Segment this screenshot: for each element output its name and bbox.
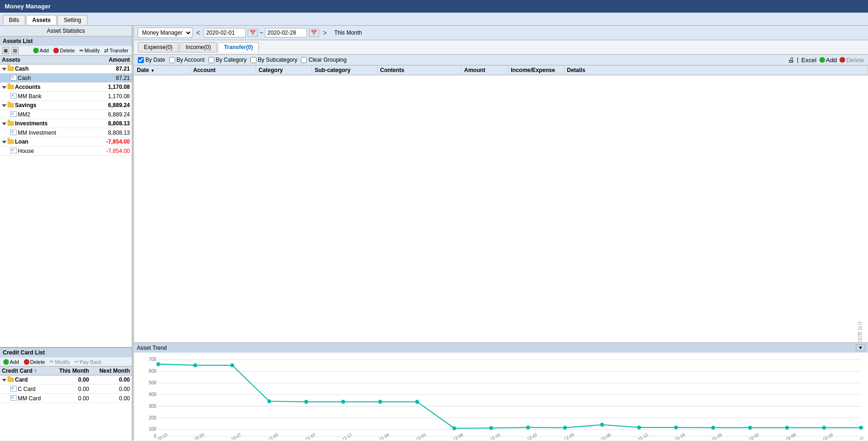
assets-transfer-button[interactable]: ⇄ Transfer [103,47,130,54]
assets-icon-btn-1[interactable]: ▦ [2,47,9,54]
right-panel: Money Manager < 📅 ~ 📅 > This Month Expen… [134,26,868,441]
trend-collapse-button[interactable]: ▼ [856,344,865,351]
trend-dot [157,362,160,366]
x-label: 2020-01-19 [665,432,686,440]
cc-add-button[interactable]: Add [2,359,21,365]
trend-dot [785,426,789,429]
top-toolbar: Money Manager < 📅 ~ 📅 > This Month [134,26,868,40]
tab-transfer[interactable]: Transfer(0) [218,42,259,52]
trend-dot [378,400,382,404]
folder-icon [7,66,14,71]
trend-chart: 700 600 500 400 300 200 100 0 [134,353,868,440]
account-select[interactable]: Money Manager [138,28,192,38]
prev-period-button[interactable]: < [194,29,202,37]
asset-group-row[interactable]: Accounts 1,170.08 [0,83,132,92]
x-label: 2019-11-10 [295,432,316,440]
trans-delete-icon [840,57,845,63]
cc-modify-button[interactable]: ✏ Modify [48,358,71,365]
item-icon [10,130,17,135]
filter-by-subcategory[interactable]: By Subcategory [250,57,298,63]
x-label: 2019-10-20 [184,432,205,440]
svg-text:500: 500 [149,380,157,385]
asset-item-row[interactable]: House -7,854.00 [0,146,132,156]
asset-group-row[interactable]: Savings 6,889.24 [0,101,132,110]
next-period-button[interactable]: > [321,29,328,37]
trans-tabs: Expense(0) Income(0) Transfer(0) [134,40,868,55]
x-label: 2020-02-16 [813,432,834,440]
cc-toolbar: Add Delete ✏ Modify ↩ Pay Back [0,357,132,367]
filter-clear-grouping[interactable]: Clear Grouping [301,57,346,63]
cc-col-card: Credit Card ↑ [0,367,51,376]
x-label: 2019-10-13 [147,432,168,440]
col-details: Details [564,65,868,75]
cc-item-row[interactable]: C Card 0.00 0.00 [0,384,132,394]
excel-button[interactable]: Excel [801,57,817,64]
cc-item-row[interactable]: MM Card 0.00 0.00 [0,394,132,403]
tab-income[interactable]: Income(0) [179,42,217,52]
trend-dot [342,400,345,404]
tab-assets[interactable]: Assets [26,15,57,25]
assets-icon-btn-2[interactable]: ▤ [11,47,19,54]
col-date: Date ▼ [134,65,190,75]
tab-bills[interactable]: Bills [3,15,25,25]
folder-icon [7,85,14,89]
asset-group-row[interactable]: Investments 8,808.13 [0,119,132,128]
x-label: 2019-12-15 [480,432,501,440]
assets-section: Assets List ▦ ▤ Add Delete ✏ Modify [0,36,132,347]
col-income-expense: Income/Expense [508,65,564,75]
cc-payback-icon: ↩ [75,359,79,365]
trans-delete-button[interactable]: Delete [840,57,864,64]
x-label: 2019-11-24 [369,432,390,440]
trend-header: Asset Trend ▼ [134,343,868,353]
trend-section: Asset Trend ▼ 700 600 500 400 300 [134,342,868,441]
tab-bar: Bills Assets Setting [0,13,868,26]
trend-dot [415,400,419,404]
col-subcategory: Sub-category [312,65,377,75]
tab-expense[interactable]: Expense(0) [138,42,178,52]
date-to-input[interactable] [265,28,307,37]
trend-dot [637,426,641,429]
delete-icon [53,48,59,53]
x-label: 2020-02-02 [739,432,760,440]
cc-delete-button[interactable]: Delete [22,359,47,365]
asset-item-row[interactable]: MM Investment 8,808.13 [0,128,132,137]
item-icon [10,75,17,80]
trans-add-button[interactable]: Add [819,57,837,64]
filter-by-category[interactable]: By Category [208,57,247,63]
trend-dot [304,400,308,404]
filter-right: 🖨 | Excel Add Delete [788,56,864,64]
asset-item-row[interactable]: Cash 87.21 [0,73,132,83]
cc-payback-button[interactable]: ↩ Pay Back [73,358,103,365]
cc-item-icon [10,386,17,391]
screen-annotation: 스크린샷 [856,318,863,338]
date-from-input[interactable] [204,28,246,37]
trend-dot [489,426,493,430]
cc-group-row[interactable]: Card 0.00 0.00 [0,376,132,384]
asset-group-row[interactable]: Loan -7,854.00 [0,137,132,146]
asset-item-row[interactable]: MM2 6,889.24 [0,110,132,119]
folder-icon [7,377,14,382]
print-button[interactable]: 🖨 [788,56,794,64]
item-icon [10,148,17,153]
filter-by-date[interactable]: By Date [138,57,165,63]
tab-setting[interactable]: Setting [57,15,87,25]
cc-list-header: Credit Card List [0,348,132,357]
assets-table: Assets Amount Cash 87.21 Cash 87.21 Acco… [0,56,132,156]
filter-by-account[interactable]: By Account [169,57,205,63]
asset-item-row[interactable]: MM Bank 1,170.08 [0,92,132,101]
assets-list-header: Assets List [0,36,132,46]
title-bar: Money Manager [0,0,868,13]
trend-dot [748,426,752,429]
asset-group-row[interactable]: Cash 87.21 [0,65,132,73]
item-icon [10,93,17,99]
trend-dot [563,426,567,429]
trend-dot [526,426,530,429]
assets-delete-button[interactable]: Delete [52,47,76,54]
date-from-calendar-button[interactable]: 📅 [248,29,258,37]
trend-svg: 700 600 500 400 300 200 100 0 [139,355,863,440]
assets-add-button[interactable]: Add [32,47,50,54]
asset-statistics-header: Asset Statistics [0,26,132,36]
item-icon [10,111,17,117]
assets-modify-button[interactable]: ✏ Modify [78,47,101,54]
date-to-calendar-button[interactable]: 📅 [309,29,319,37]
